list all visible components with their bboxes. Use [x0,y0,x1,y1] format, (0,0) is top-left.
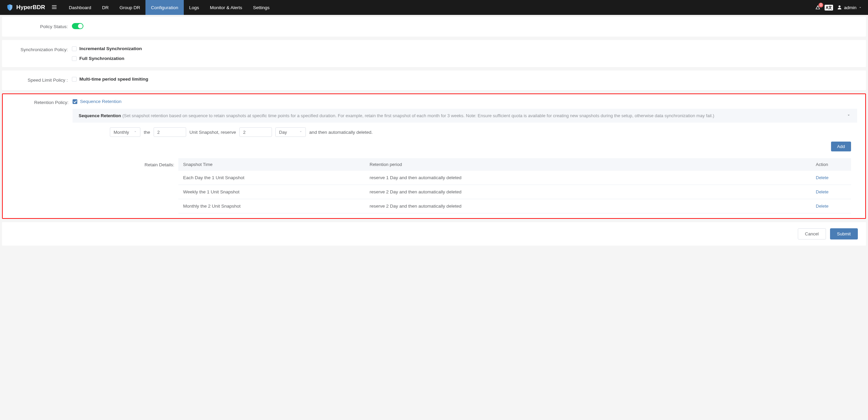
cell-retention-period: reserve 1 Day and then automatically del… [370,175,816,180]
nav-dashboard[interactable]: Dashboard [63,0,97,15]
sync-policy-label: Synchronization Policy: [10,46,72,54]
reserve-input[interactable] [239,127,272,137]
topbar-right: 0 A文 admin [815,5,862,10]
retention-desc-title: Sequence Retention [79,113,121,118]
retain-details: Retain Details: Snapshot Time Retention … [73,158,857,213]
policy-status-panel: Policy Status: [2,17,866,37]
menu-toggle-icon[interactable] [51,4,57,11]
policy-status-toggle[interactable] [72,23,83,29]
speed-multi-label: Multi-time period speed limiting [79,77,148,82]
delete-link[interactable]: Delete [816,189,829,194]
retain-details-table: Snapshot Time Retention period Action Ea… [178,158,851,213]
chevron-down-icon [859,6,862,9]
sync-incremental-label: Incremental Synchronization [79,46,142,51]
delete-link[interactable]: Delete [816,204,829,209]
header-action: Action [816,162,846,167]
checkbox-icon [72,46,77,51]
policy-status-label: Policy Status: [10,23,72,30]
sequence-retention-label: Sequence Retention [80,99,121,104]
header-retention-period: Retention period [370,162,816,167]
retention-rule-builder: Monthly the Unit Snapshot, reserve Day [73,123,857,137]
chevron-down-icon [299,130,303,135]
page-body: Policy Status: Synchronization Policy: I… [0,15,868,246]
table-header: Snapshot Time Retention period Action [178,158,851,171]
checkbox-icon [72,56,77,61]
cell-retention-period: reserve 2 Day and then automatically del… [370,204,816,209]
retention-description[interactable]: Sequence Retention (Set snapshot retenti… [73,109,857,123]
builder-unit-text: Unit Snapshot, reserve [190,130,236,135]
frequency-value: Monthly [114,130,129,135]
nav-settings[interactable]: Settings [248,0,275,15]
nav-logs[interactable]: Logs [184,0,204,15]
nav-configuration[interactable]: Configuration [145,0,183,15]
sync-incremental-option[interactable]: Incremental Synchronization [72,46,858,51]
table-row: Each Day the 1 Unit Snapshot reserve 1 D… [178,171,851,185]
shield-icon [6,4,14,11]
header-snapshot-time: Snapshot Time [183,162,370,167]
table-row: Monthly the 2 Unit Snapshot reserve 2 Da… [178,199,851,213]
footer-actions: Cancel Submit [2,222,866,246]
submit-button[interactable]: Submit [830,228,858,239]
retention-desc-text: (Set snapshot retention based on sequenc… [122,113,846,118]
speed-multi-option[interactable]: Multi-time period speed limiting [72,77,858,82]
alert-count: 0 [818,3,823,7]
cancel-button[interactable]: Cancel [798,228,826,239]
checkbox-icon [72,77,77,82]
nav-dr[interactable]: DR [97,0,114,15]
period-select[interactable]: Day [275,127,306,137]
speed-limit-label: Speed Limit Policy : [10,77,72,84]
delete-link[interactable]: Delete [816,175,829,180]
unit-input[interactable] [154,127,186,137]
nav-group-dr[interactable]: Group DR [114,0,146,15]
cell-retention-period: reserve 2 Day and then automatically del… [370,189,816,194]
language-toggle[interactable]: A文 [825,5,833,10]
topbar: HyperBDR Dashboard DR Group DR Configura… [0,0,868,15]
sync-full-option[interactable]: Full Synchronization [72,56,858,61]
builder-the: the [144,130,150,135]
cell-snapshot-time: Monthly the 2 Unit Snapshot [183,204,370,209]
user-menu[interactable]: admin [837,5,862,10]
chevron-down-icon [133,130,137,135]
retention-policy-label: Retention Policy: [11,99,73,106]
app-logo: HyperBDR [6,4,45,11]
chevron-down-icon [846,113,851,119]
checkbox-checked-icon [73,99,77,104]
table-row: Weekly the 1 Unit Snapshot reserve 2 Day… [178,185,851,199]
retain-details-label: Retain Details: [73,158,178,172]
frequency-select[interactable]: Monthly [110,127,140,137]
alerts-icon[interactable]: 0 [815,5,821,10]
retention-panel: Retention Policy: Sequence Retention Seq… [2,93,866,219]
cell-snapshot-time: Each Day the 1 Unit Snapshot [183,175,370,180]
user-icon [837,5,842,10]
add-button[interactable]: Add [831,142,851,151]
speed-limit-panel: Speed Limit Policy : Multi-time period s… [2,70,866,90]
retention-highlight: Retention Policy: Sequence Retention Seq… [2,93,866,219]
period-value: Day [279,130,287,135]
main-nav: Dashboard DR Group DR Configuration Logs… [63,0,275,15]
cell-snapshot-time: Weekly the 1 Unit Snapshot [183,189,370,194]
builder-tail: and then automatically deleted. [309,130,373,135]
nav-monitor-alerts[interactable]: Monitor & Alerts [204,0,248,15]
sync-policy-panel: Synchronization Policy: Incremental Sync… [2,40,866,67]
app-name: HyperBDR [16,4,45,11]
sync-full-label: Full Synchronization [79,56,124,61]
user-name: admin [844,5,856,10]
sequence-retention-option[interactable]: Sequence Retention [73,99,857,104]
